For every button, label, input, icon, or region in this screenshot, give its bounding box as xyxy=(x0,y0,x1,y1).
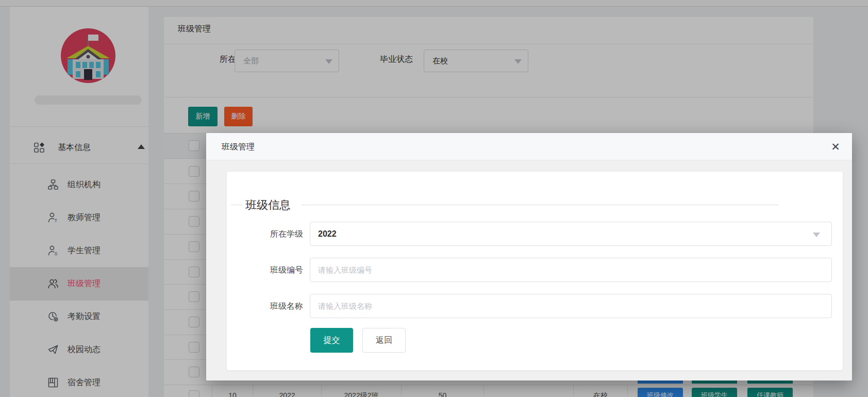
grade-select[interactable]: 2022 xyxy=(310,222,832,246)
caret-down-icon xyxy=(813,233,820,237)
submit-button[interactable]: 提交 xyxy=(310,328,353,353)
class-code-field xyxy=(310,258,832,282)
section-line xyxy=(302,205,778,205)
field-label-class-name: 班级名称 xyxy=(231,301,303,312)
modal-header: 班级管理 ✕ xyxy=(206,133,852,160)
app-root: 基本信息 组织机构 xyxy=(0,0,868,397)
class-code-input[interactable] xyxy=(310,266,831,274)
section-title: 班级信息 xyxy=(245,197,291,213)
grade-select-value: 2022 xyxy=(310,229,337,239)
class-name-input[interactable] xyxy=(310,302,831,310)
field-label-class-code: 班级编号 xyxy=(231,265,303,276)
modal-form-card: 班级信息 所在学级 2022 班级编号 班级名称 提交 返回 xyxy=(227,172,843,370)
close-icon[interactable]: ✕ xyxy=(828,140,843,154)
section-dash xyxy=(231,205,242,205)
class-name-field xyxy=(310,294,832,318)
modal-title: 班级管理 xyxy=(222,142,255,153)
class-management-modal: 班级管理 ✕ 班级信息 所在学级 2022 班级编号 班级名称 xyxy=(206,133,852,381)
back-button[interactable]: 返回 xyxy=(362,328,406,353)
field-label-grade: 所在学级 xyxy=(231,229,303,240)
